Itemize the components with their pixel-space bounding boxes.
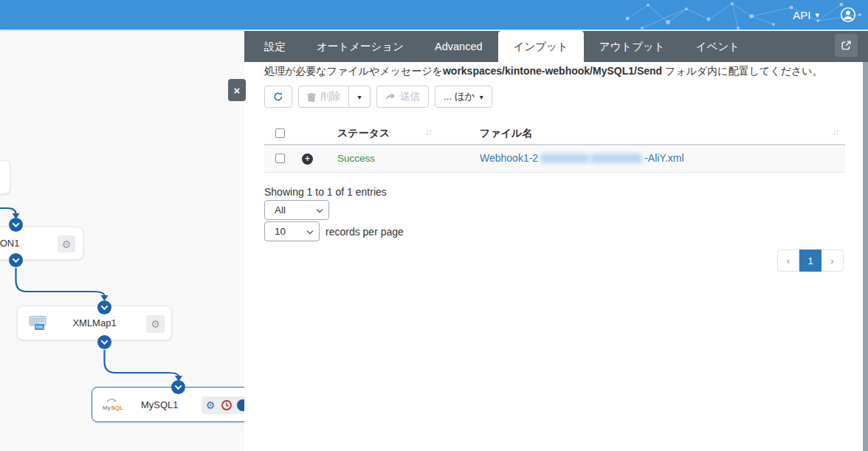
topbar: API ▾ <box>0 0 868 30</box>
delete-button[interactable]: 削除 <box>298 86 349 108</box>
chevron-down-icon <box>317 207 323 213</box>
table-header: ステータス ↓↑ ファイル名 ↓↑ <box>264 123 845 145</box>
svg-text:SQL: SQL <box>111 404 124 411</box>
tab-automation[interactable]: オートメーション <box>301 31 419 62</box>
send-button[interactable]: 送信 <box>376 86 429 108</box>
svg-text:My: My <box>103 404 111 411</box>
select-all-checkbox[interactable] <box>275 128 285 138</box>
sort-icon[interactable]: ↓↑ <box>425 127 431 137</box>
page-size-select[interactable]: 10 <box>264 221 320 241</box>
close-panel-button[interactable]: × <box>228 79 246 101</box>
external-link-icon <box>841 40 852 51</box>
node-mysql1[interactable]: My SQL MySQL1 ⚙ <box>92 387 251 422</box>
table-row[interactable]: + Success Webhook1-2-AliY.xml <box>264 145 845 173</box>
error-clock-icon[interactable] <box>221 399 232 411</box>
length-select[interactable]: All <box>264 200 329 220</box>
delete-dropdown-button[interactable]: ▾ <box>349 86 371 108</box>
row-checkbox[interactable] <box>275 154 285 163</box>
trash-icon <box>307 92 316 102</box>
vertical-scrollbar[interactable] <box>863 62 868 451</box>
api-menu-label: API <box>793 9 810 21</box>
user-avatar-icon[interactable] <box>840 7 856 23</box>
details-panel: 設定 オートメーション Advanced インプット アウトプット イベント 処… <box>244 30 868 451</box>
tab-settings[interactable]: 設定 <box>249 31 301 62</box>
next-page-button[interactable]: › <box>822 249 844 272</box>
node-json1-label: SON1 <box>0 238 19 249</box>
gear-icon[interactable]: ⚙ <box>146 315 165 333</box>
node-mysql1-label: MySQL1 <box>141 399 179 410</box>
connector-badge-icon[interactable] <box>97 300 111 314</box>
node-xmlmap1[interactable]: XML XMLMap1 ⚙ <box>17 306 172 340</box>
pagination: ‹ 1 › <box>777 249 844 272</box>
redacted-segment <box>540 154 589 163</box>
gear-icon[interactable]: ⚙ <box>58 235 75 252</box>
tab-input[interactable]: インプット <box>498 31 584 62</box>
chevron-down-icon: ▾ <box>815 10 819 20</box>
api-menu[interactable]: API ▾ <box>793 0 819 30</box>
column-header-status[interactable]: ステータス <box>337 127 390 140</box>
refresh-icon <box>273 92 283 102</box>
connector-badge-icon[interactable] <box>9 218 23 232</box>
mysql-logo-icon: My SQL <box>101 396 128 417</box>
gear-icon[interactable]: ⚙ <box>202 399 219 411</box>
connector-badge-icon[interactable] <box>97 335 111 349</box>
partial-node[interactable] <box>0 160 10 194</box>
chevron-left-icon: ‹ <box>787 255 790 266</box>
connector-badge-icon[interactable] <box>9 253 23 267</box>
chevron-right-icon: › <box>830 255 833 266</box>
previous-page-button[interactable]: ‹ <box>777 249 799 272</box>
folder-instruction-text: 処理が必要なファイルやメッセージをworkspaces/kintone-webh… <box>264 65 823 78</box>
tab-event[interactable]: イベント <box>681 31 755 62</box>
connector-badge-icon[interactable] <box>171 380 185 394</box>
records-per-page-label: records per page <box>326 226 404 238</box>
tab-output[interactable]: アウトプット <box>584 31 681 62</box>
refresh-button[interactable] <box>264 86 292 108</box>
chevron-down-icon: ▾ <box>480 93 483 101</box>
column-header-filename[interactable]: ファイル名 <box>480 127 532 140</box>
app-window: API ▾ SON1 ⚙ <box>0 0 868 451</box>
forward-arrow-icon <box>385 92 396 101</box>
file-link[interactable]: Webhook1-2-AliY.xml <box>480 152 684 164</box>
chevron-down-icon <box>307 228 313 234</box>
expand-row-icon[interactable]: + <box>302 154 313 165</box>
file-toolbar: 削除 ▾ 送信 ... ほか ▾ <box>264 86 492 108</box>
open-external-button[interactable] <box>835 34 858 57</box>
sort-icon[interactable]: ↓↑ <box>832 127 838 137</box>
chevron-down-icon: ▾ <box>357 93 361 101</box>
entries-summary: Showing 1 to 1 of 1 entries <box>264 186 387 198</box>
folder-path: workspaces/kintone-webhook/MySQL1/Send <box>443 65 662 77</box>
redacted-segment <box>590 154 642 163</box>
more-actions-button[interactable]: ... ほか ▾ <box>435 86 492 108</box>
tabbar: 設定 オートメーション Advanced インプット アウトプット イベント <box>244 31 868 62</box>
page-number-button[interactable]: 1 <box>799 249 822 272</box>
status-badge: Success <box>337 153 375 164</box>
network-pattern-decoration <box>0 0 868 30</box>
tab-advanced[interactable]: Advanced <box>419 31 498 62</box>
